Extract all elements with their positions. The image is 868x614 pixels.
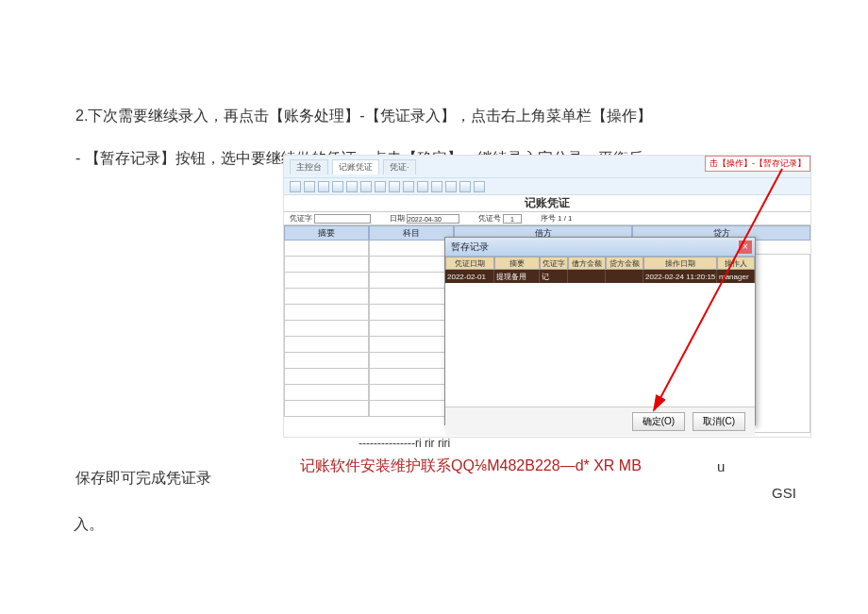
- dialog-temp-records: 暂存记录 × 凭证日期 摘要 凭证字 借方金额 贷方金额 操作日期 操作人 20…: [444, 237, 756, 425]
- toolbar-icon[interactable]: [459, 181, 471, 192]
- toolbar-icon[interactable]: [445, 181, 457, 192]
- toolbar-icon[interactable]: [431, 181, 442, 192]
- toolbar-icon[interactable]: [375, 181, 386, 192]
- num-label: 凭证号: [478, 213, 501, 224]
- col-abstract: 摘要: [284, 225, 369, 241]
- table-row[interactable]: [284, 321, 454, 337]
- col-account: 科目: [369, 225, 454, 241]
- voucher-title: 记账凭证: [284, 195, 810, 212]
- menu-hint-badge: 击【操作】-【暂存记录】: [705, 156, 810, 172]
- seq-value: 1 / 1: [558, 214, 573, 223]
- instruction-save-1: 保存即可完成凭证录: [75, 466, 211, 490]
- toolbar-icon[interactable]: [474, 181, 485, 192]
- table-row[interactable]: [284, 353, 454, 369]
- app-screenshot: 击【操作】-【暂存记录】 主控台 记账凭证 凭证· 记账凭证 凭证字 日期 20…: [283, 155, 811, 438]
- toolbar-icon[interactable]: [360, 181, 372, 192]
- close-icon[interactable]: ×: [739, 241, 752, 254]
- word-label: 凭证字: [290, 213, 312, 224]
- voucher-fields: 凭证字 日期 2022-04-30 凭证号 1 序号 1 / 1: [284, 212, 810, 225]
- col-date: 凭证日期: [445, 257, 494, 270]
- stray-text-u: u: [717, 458, 725, 474]
- col-op-date: 操作日期: [643, 257, 717, 270]
- instruction-save-2: 入。: [74, 512, 104, 537]
- cell-opdate: 2022-02-24 11:20:15: [643, 270, 717, 283]
- word-input[interactable]: [314, 214, 371, 224]
- date-input[interactable]: 2022-04-30: [407, 214, 459, 224]
- toolbar-icon[interactable]: [417, 181, 428, 192]
- cell-operator: manager: [717, 270, 755, 283]
- toolbar-icon[interactable]: [389, 181, 400, 192]
- col-word: 凭证字: [540, 257, 568, 270]
- table-row[interactable]: [284, 273, 454, 289]
- dialog-columns: 凭证日期 摘要 凭证字 借方金额 贷方金额 操作日期 操作人: [445, 257, 755, 270]
- col-debit-amt: 借方金额: [568, 257, 606, 270]
- separator-dashes: ---------------ri rir riri: [359, 437, 450, 450]
- dialog-title: 暂存记录: [451, 241, 489, 254]
- instruction-line-1: 2.下次需要继续录入，再点击【账务处理】-【凭证录入】，点击右上角菜单栏【操作】: [75, 104, 830, 128]
- dialog-title-bar: 暂存记录 ×: [445, 238, 755, 257]
- toolbar-icon[interactable]: [318, 181, 329, 192]
- toolbar-icon[interactable]: [332, 181, 343, 192]
- cell-word: 记: [540, 270, 568, 283]
- cell-debit: [568, 270, 606, 283]
- table-row[interactable]: [284, 241, 454, 257]
- cell-date: 2022-02-01: [445, 270, 494, 283]
- tab-home[interactable]: 主控台: [290, 159, 328, 174]
- cell-abstract: 提现备用: [494, 270, 540, 283]
- col-abstract: 摘要: [494, 257, 540, 270]
- table-row[interactable]: [284, 305, 454, 321]
- tab-voucher[interactable]: 记账凭证: [332, 159, 379, 174]
- table-row[interactable]: [284, 289, 454, 305]
- table-row[interactable]: [284, 401, 454, 417]
- table-row[interactable]: [284, 369, 454, 385]
- table-row[interactable]: [284, 337, 454, 353]
- num-input[interactable]: 1: [503, 214, 522, 224]
- date-label: 日期: [390, 213, 405, 224]
- ok-button[interactable]: 确定(O): [632, 412, 685, 431]
- stray-text-gsi: GSI: [772, 485, 796, 501]
- tab-voucher-extra[interactable]: 凭证·: [383, 159, 416, 174]
- table-row[interactable]: [284, 257, 454, 273]
- col-credit-amt: 贷方金额: [606, 257, 643, 270]
- toolbar-icon[interactable]: [290, 181, 301, 192]
- table-row[interactable]: [284, 385, 454, 401]
- cell-credit: [606, 270, 643, 283]
- toolbar-icon[interactable]: [403, 181, 414, 192]
- contact-info: 记账软件安装维护联系QQ⅛M482B228—d* XR MB: [300, 456, 642, 476]
- toolbar-icon[interactable]: [304, 181, 315, 192]
- toolbar-icon[interactable]: [346, 181, 358, 192]
- toolbar: [284, 178, 810, 195]
- col-operator: 操作人: [717, 257, 755, 270]
- seq-label: 序号: [541, 213, 556, 224]
- dialog-body: [445, 283, 755, 407]
- cancel-button[interactable]: 取消(C): [693, 412, 745, 431]
- dialog-buttons: 确定(O) 取消(C): [445, 407, 755, 436]
- dialog-row-selected[interactable]: 2022-02-01 提现备用 记 2022-02-24 11:20:15 ma…: [445, 270, 755, 283]
